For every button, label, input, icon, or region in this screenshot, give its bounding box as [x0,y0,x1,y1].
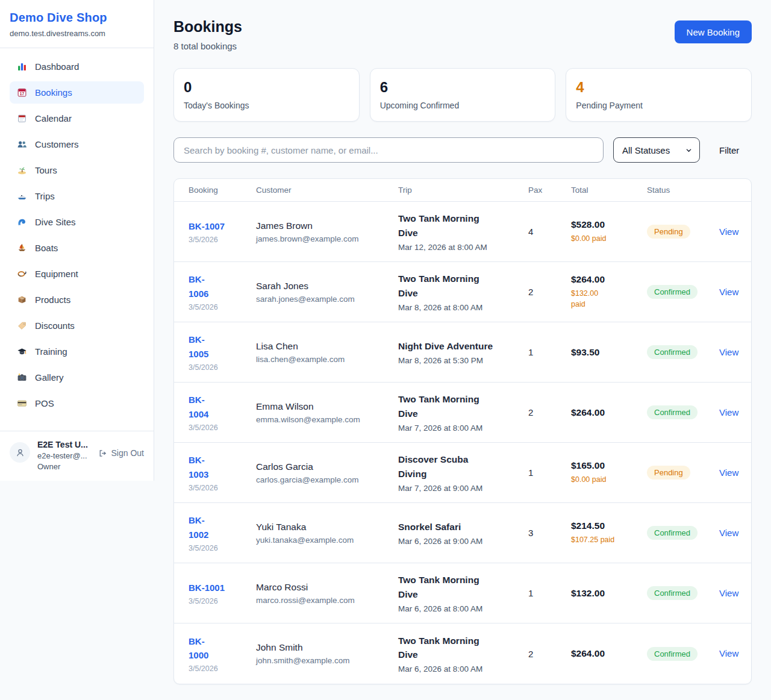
pax-value: 2 [528,649,571,659]
customer-cell: Carlos Garcia carlos.garcia@example.com [256,461,398,484]
sidebar-item-customers[interactable]: Customers [10,133,144,155]
stat-value: 6 [380,79,546,96]
booking-id-link[interactable]: BK-1007 [189,219,248,233]
booking-date: 3/5/2026 [189,664,248,673]
user-meta: E2E Test U... e2e-tester@... Owner [37,440,91,471]
sidebar-item-dive-sites[interactable]: Dive Sites [10,211,144,233]
view-link[interactable]: View [719,528,738,538]
total-cell: $264.00 [571,648,647,659]
sign-out-button[interactable]: Sign Out [98,448,144,458]
booking-id-link[interactable]: BK- 1005 [189,333,248,361]
paid-amount: $107.25 paid [571,534,638,545]
customer-cell: Emma Wilson emma.wilson@example.com [256,401,398,424]
sign-out-icon [98,449,107,458]
view-link[interactable]: View [719,588,738,598]
status-badge: Confirmed [647,526,698,540]
stat-card-upcoming-confirmed: 6 Upcoming Confirmed [370,68,556,122]
sidebar-item-tours[interactable]: Tours [10,159,144,181]
booking-id-link[interactable]: BK- 1006 [189,272,248,301]
stat-value: 4 [576,79,741,96]
user-role: Owner [37,462,91,471]
sidebar-item-discounts[interactable]: Discounts [10,314,144,337]
trip-name: Two Tank Morning Dive [398,634,504,662]
sidebar-footer: E2E Test U... e2e-tester@... Owner Sign … [0,431,154,481]
booking-id-link[interactable]: BK-1001 [189,581,248,595]
total-amount: $165.00 [571,460,638,471]
customer-email: lisa.chen@example.com [256,355,390,364]
total-amount: $214.50 [571,520,638,531]
booking-date: 3/5/2026 [189,363,248,372]
booking-cell: BK- 1006 3/5/2026 [189,272,256,311]
booking-date: 3/5/2026 [189,236,248,244]
booking-id-link[interactable]: BK- 1000 [189,634,248,663]
view-link[interactable]: View [719,407,738,417]
table-row: BK- 1003 3/5/2026 Carlos Garcia carlos.g… [174,443,751,503]
sidebar-item-equipment[interactable]: Equipment [10,263,144,285]
pax-value: 2 [528,407,571,417]
customer-email: john.smith@example.com [256,656,390,665]
customer-email: carlos.garcia@example.com [256,475,390,484]
trip-datetime: Mar 7, 2026 at 8:00 AM [398,423,520,433]
paid-amount: $0.00 paid [571,474,638,485]
view-link[interactable]: View [719,648,738,658]
trip-name: Two Tank Morning Dive [398,573,504,601]
view-link[interactable]: View [719,347,738,357]
trip-datetime: Mar 6, 2026 at 9:00 AM [398,537,520,546]
view-link[interactable]: View [719,287,738,297]
sidebar-item-trips[interactable]: Trips [10,185,144,207]
page-title: Bookings [173,18,242,36]
status-badge: Confirmed [647,405,698,419]
actions-cell: View [719,347,747,358]
booking-id-link[interactable]: BK- 1003 [189,453,248,481]
pax-value: 2 [528,287,571,297]
filter-button[interactable]: Filter [719,145,739,155]
table-row: BK- 1005 3/5/2026 Lisa Chen lisa.chen@ex… [174,322,751,383]
new-booking-button[interactable]: New Booking [675,20,752,43]
booking-cell: BK- 1002 3/5/2026 [189,513,256,552]
sidebar-item-products[interactable]: Products [10,289,144,311]
sidebar-item-dashboard[interactable]: Dashboard [10,55,144,78]
trip-datetime: Mar 6, 2026 at 8:00 AM [398,604,520,613]
status-select[interactable]: All Statuses [613,137,700,163]
total-cell: $528.00 $0.00 paid [571,219,647,244]
status-badge: Confirmed [647,345,698,359]
trip-datetime: Mar 6, 2026 at 8:00 AM [398,664,520,673]
tag-icon [17,320,27,331]
actions-cell: View [719,648,747,659]
trip-cell: Night Dive Adventure Mar 8, 2026 at 5:30… [398,339,528,365]
trip-cell: Two Tank Morning Dive Mar 6, 2026 at 8:0… [398,573,528,613]
search-input[interactable] [173,137,604,163]
sidebar-item-training[interactable]: Training [10,340,144,363]
trip-name: Snorkel Safari [398,520,504,534]
brand-name: Demo Dive Shop [10,11,144,25]
status-badge: Pending [647,225,690,239]
view-link[interactable]: View [719,467,738,478]
total-amount: $264.00 [571,648,638,659]
booking-id-link[interactable]: BK- 1004 [189,393,248,421]
customer-name: James Brown [256,220,390,231]
stat-label: Pending Payment [576,101,741,110]
status-badge: Confirmed [647,586,698,600]
paid-amount: $132.00 paid [571,288,638,310]
status-badge: Confirmed [647,285,698,299]
customer-name: Lisa Chen [256,341,390,352]
total-amount: $132.00 [571,588,638,599]
filter-row: All Statuses Filter [173,137,752,163]
status-select-value: All Statuses [622,145,670,155]
sidebar-item-boats[interactable]: Boats [10,237,144,259]
column-header-total: Total [571,186,647,195]
customer-name: Yuki Tanaka [256,522,390,533]
camera-icon [17,372,27,383]
column-header-booking: Booking [189,186,256,195]
sidebar-item-bookings[interactable]: 17 Bookings [10,81,144,104]
booking-id-link[interactable]: BK- 1002 [189,513,248,542]
sidebar-item-pos[interactable]: POS [10,392,144,414]
stat-label: Today's Bookings [184,101,349,110]
view-link[interactable]: View [719,227,738,237]
sidebar-item-calendar[interactable]: Calendar [10,107,144,130]
customer-name: Marco Rossi [256,582,390,593]
booking-date: 3/5/2026 [189,544,248,552]
page-title-block: Bookings 8 total bookings [173,18,242,51]
booking-cell: BK- 1004 3/5/2026 [189,393,256,432]
sidebar-item-gallery[interactable]: Gallery [10,366,144,389]
